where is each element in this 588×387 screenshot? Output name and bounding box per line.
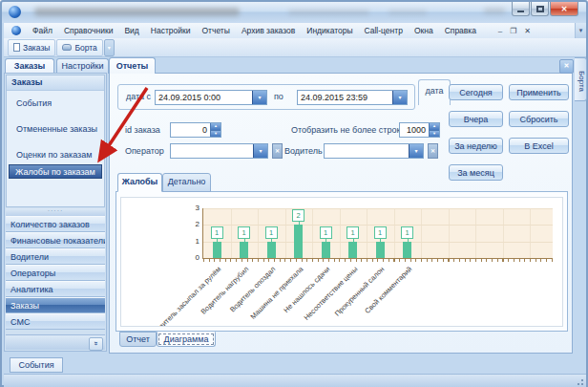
tab-complaints[interactable]: Жалобы — [117, 173, 162, 192]
bar-value-label: 1 — [374, 226, 387, 239]
today-button[interactable]: Сегодня — [449, 84, 503, 100]
gridline-vertical — [367, 208, 368, 258]
bar-label-stem — [244, 239, 245, 242]
chart-bar — [267, 242, 276, 258]
apply-button[interactable]: Применить — [509, 84, 569, 100]
tab-date[interactable]: дата — [418, 79, 451, 105]
date-from-value: 24.09.2015 0:00 — [156, 93, 252, 102]
tab-vertical-boards[interactable]: Борта — [575, 57, 587, 101]
month-button[interactable]: За месяц — [449, 164, 503, 181]
tab-sidebar-settings[interactable]: Настройки — [56, 58, 109, 74]
toolbar-dropdown-chevron-icon[interactable]: ▾ — [104, 39, 115, 56]
driver-dropdown-icon[interactable]: ▾ — [409, 144, 423, 158]
max-rows-value: 1000 — [400, 125, 429, 135]
chart-bar — [348, 242, 357, 258]
window-maximize-button[interactable] — [531, 2, 549, 16]
menu-item-reports[interactable]: Отчеты — [196, 26, 235, 35]
mdi-close-button[interactable]: ✕ — [524, 27, 531, 35]
sidebar-splitter-handle[interactable]: ····· — [6, 208, 105, 216]
order-id-field[interactable]: 0 ▲▼ — [170, 122, 221, 138]
menu-item-order-archive[interactable]: Архив заказов — [236, 26, 301, 35]
mdi-restore-button[interactable]: ❐ — [510, 27, 516, 35]
toolbar-orders-label: Заказы — [23, 43, 50, 53]
tab-diagram-view[interactable]: Диаграмма — [157, 332, 216, 347]
operator-combo[interactable]: ▾ — [170, 143, 268, 159]
chart-plot: 01231Водитель засыпал за рулём1Водитель … — [202, 208, 553, 259]
y-axis-tick-label: 1 — [190, 237, 200, 246]
sidebar-group-title: Заказы — [7, 75, 104, 91]
gridline-vertical — [475, 208, 476, 258]
date-from-dropdown-icon[interactable]: ▾ — [252, 91, 266, 104]
order-id-spinner[interactable]: ▲▼ — [210, 123, 220, 137]
gridline-vertical — [449, 208, 450, 258]
minimize-icon — [517, 11, 524, 12]
sidebar-item-cancelled-orders[interactable]: Отмененные заказы — [16, 124, 97, 134]
resize-grip[interactable] — [576, 377, 584, 386]
menu-item-indicators[interactable]: Индикаторы — [301, 26, 358, 35]
tab-details[interactable]: Детально — [162, 173, 211, 192]
tab-report-view[interactable]: Отчет — [119, 332, 157, 347]
date-to-dropdown-icon[interactable]: ▾ — [392, 91, 407, 104]
mdi-minimize-button[interactable]: – — [498, 27, 502, 35]
reset-button[interactable]: Сбросить — [509, 111, 569, 127]
gridline-vertical — [421, 208, 422, 258]
nav-item-drivers[interactable]: Водители — [6, 248, 105, 265]
menu-item-help[interactable]: Справка — [439, 26, 482, 35]
menu-bar: Файл Справочники Вид Настройки Отчеты Ар… — [4, 23, 586, 39]
menu-overflow-chevron-icon[interactable]: ▾ — [575, 23, 586, 38]
orders-page-icon — [13, 43, 20, 52]
date-from-field[interactable]: 24.09.2015 0:00 ▾ — [155, 90, 267, 105]
spin-up-icon: ▲ — [211, 123, 220, 131]
app-menu-icon — [11, 26, 21, 35]
bar-value-label: 1 — [320, 226, 332, 239]
events-docked-tab[interactable]: События — [10, 357, 63, 373]
nav-item-operators[interactable]: Операторы — [6, 265, 105, 281]
redacted-title-text — [288, 10, 369, 15]
date-to-field[interactable]: 24.09.2015 23:59 ▾ — [297, 90, 408, 105]
gridline-vertical — [340, 208, 341, 258]
tab-main-reports[interactable]: Отчеты — [109, 57, 156, 74]
nav-item-analytics[interactable]: Аналитика — [6, 281, 105, 297]
menu-item-call-center[interactable]: Call-центр — [359, 26, 409, 35]
y-axis-tick-label: 0 — [190, 253, 200, 262]
app-window: ✕ Файл Справочники Вид Настройки Отчеты … — [0, 0, 588, 387]
nav-item-order-count[interactable]: Количество заказов — [6, 216, 105, 232]
tab-sidebar-orders[interactable]: Заказы — [5, 58, 54, 74]
menu-item-settings[interactable]: Настройки — [145, 26, 197, 35]
menu-item-file[interactable]: Файл — [27, 26, 58, 35]
toolbar-orders-button[interactable]: Заказы — [8, 39, 55, 56]
operator-dropdown-icon[interactable]: ▾ — [253, 144, 267, 158]
excel-button[interactable]: В Excel — [509, 138, 569, 154]
week-button[interactable]: За неделю — [449, 138, 503, 154]
max-rows-field[interactable]: 1000 ▲▼ — [399, 122, 440, 138]
gridline-horizontal — [203, 208, 553, 209]
nav-item-financial-indicators[interactable]: Финансовые показатели — [6, 232, 105, 248]
max-rows-spinner[interactable]: ▲▼ — [429, 123, 439, 137]
yesterday-button[interactable]: Вчера — [449, 111, 503, 127]
date-to-label: по — [274, 92, 284, 101]
sidebar-item-events[interactable]: События — [16, 98, 52, 108]
window-close-button[interactable]: ✕ — [550, 2, 578, 16]
nav-collapse-chevron-button[interactable]: » — [89, 337, 103, 351]
sidebar-item-order-complaints[interactable]: Жалобы по заказам — [9, 164, 102, 179]
window-minimize-button[interactable] — [512, 2, 530, 16]
sidebar-item-order-ratings[interactable]: Оценки по заказам — [16, 150, 92, 160]
bar-value-label: 1 — [211, 226, 223, 239]
driver-clear-button[interactable]: ✕ — [428, 143, 438, 159]
toolbar-boards-button[interactable]: Борта — [56, 39, 102, 56]
x-axis-label: Свой комментарий — [363, 265, 413, 315]
menu-item-windows[interactable]: Окна — [409, 26, 439, 35]
driver-combo[interactable]: ▾ — [324, 143, 424, 159]
menu-item-view[interactable]: Вид — [118, 26, 144, 35]
date-from-label: дата с — [126, 92, 151, 101]
spin-down-icon: ▼ — [211, 131, 220, 138]
nav-item-orders[interactable]: Заказы — [6, 297, 105, 313]
panel-close-button[interactable]: ✕ — [559, 59, 574, 74]
boards-icon — [62, 44, 72, 51]
gridline-vertical — [530, 208, 531, 258]
order-id-label: id заказа — [125, 125, 160, 135]
menu-item-directories[interactable]: Справочники — [58, 26, 119, 35]
date-to-value: 24.09.2015 23:59 — [298, 93, 392, 102]
nav-item-sms[interactable]: СМС — [6, 313, 105, 330]
operator-clear-button[interactable]: ✕ — [272, 143, 283, 159]
